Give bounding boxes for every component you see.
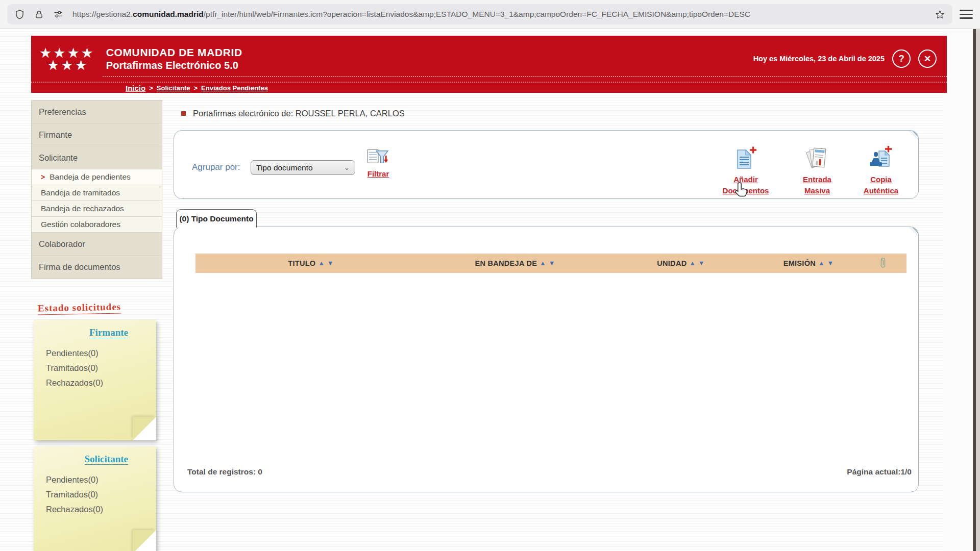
current-page-label: Página actual:1/0: [847, 467, 912, 477]
bullet-icon: [181, 111, 186, 116]
add-documents-button[interactable]: AñadirDocumentos: [718, 146, 774, 196]
browser-menu-icon[interactable]: [960, 10, 973, 19]
sort-desc-icon[interactable]: ▼: [549, 260, 555, 267]
tab-tipo-documento[interactable]: (0) Tipo Documento: [176, 209, 257, 228]
column-header-titulo: TITULO ▲ ▼: [195, 254, 426, 273]
group-by-label: Agrupar por:: [192, 162, 240, 172]
app-title: Portafirmas Electrónico 5.0: [106, 60, 242, 71]
permissions-toggle-icon[interactable]: [53, 9, 63, 19]
owner-text: Portafirmas electrónico de: ROUSSEL PERL…: [193, 109, 405, 118]
link-solicitante-pendientes[interactable]: Pendientes(0): [46, 475, 156, 485]
column-header-emision: EMISIÓN ▲ ▼: [758, 254, 859, 273]
status-note-solicitante: Solicitante Pendientes(0) Tramitados(0) …: [34, 446, 156, 551]
toolbar-panel: Agrupar por: Tipo documento ⌄ Filtrar: [174, 130, 919, 199]
column-label: TITULO: [288, 259, 315, 267]
add-documents-label: AñadirDocumentos: [718, 174, 774, 196]
sidebar-item-firmante[interactable]: Firmante: [32, 123, 162, 146]
note-title: Solicitante: [34, 446, 156, 465]
breadcrumb-current[interactable]: Enviados Pendientes: [201, 84, 268, 92]
sidebar-item-solicitante[interactable]: Solicitante: [32, 146, 162, 169]
stamp-icon: [869, 163, 893, 172]
link-solicitante-rechazados[interactable]: Rechazados(0): [46, 505, 156, 514]
column-label: UNIDAD: [657, 259, 687, 267]
page-curl-decoration: [903, 131, 918, 146]
total-records-label: Total de registros: 0: [187, 467, 262, 477]
sidebar-item-firma-documentos[interactable]: Firma de documentos: [32, 256, 162, 279]
url-text[interactable]: https://gestiona2.comunidad.madrid/ptfr_…: [72, 10, 925, 19]
screen: https://gestiona2.comunidad.madrid/ptfr_…: [0, 0, 980, 551]
sidebar-item-colaborador[interactable]: Colaborador: [32, 233, 162, 256]
sidebar-item-gestion-colaboradores[interactable]: Gestión colaboradores: [32, 217, 162, 233]
bulk-entry-button[interactable]: EntradaMasiva: [789, 146, 845, 196]
note-title-link[interactable]: Firmante: [89, 327, 128, 338]
active-item-arrow-icon: >: [41, 173, 45, 181]
sidebar-item-bandeja-tramitados[interactable]: Bandeja de tramitados: [32, 185, 162, 201]
bulk-entry-label: EntradaMasiva: [789, 174, 845, 196]
chevron-down-icon: ⌄: [344, 164, 350, 171]
note-title: Firmante: [34, 320, 156, 338]
column-header-attachments: [859, 254, 906, 273]
note-links: Pendientes(0) Tramitados(0) Rechazados(0…: [34, 338, 156, 388]
group-by-select[interactable]: Tipo documento ⌄: [251, 160, 355, 175]
status-heading: Estado solicitudes: [38, 302, 121, 315]
sort-asc-icon[interactable]: ▲: [540, 260, 546, 267]
status-note-firmante: Firmante Pendientes(0) Tramitados(0) Rec…: [34, 320, 156, 440]
breadcrumb-home[interactable]: Inicio: [126, 84, 145, 92]
sort-asc-icon[interactable]: ▲: [818, 260, 825, 267]
bookmark-star-icon[interactable]: [935, 9, 945, 20]
link-firmante-pendientes[interactable]: Pendientes(0): [46, 348, 156, 358]
lock-icon[interactable]: [34, 10, 44, 19]
window-edge-outer: [976, 29, 980, 551]
close-button[interactable]: ✕: [918, 49, 937, 68]
group-by-value: Tipo documento: [256, 163, 313, 172]
sidebar-item-bandeja-rechazados[interactable]: Bandeja de rechazados: [32, 201, 162, 217]
sort-desc-icon[interactable]: ▼: [827, 260, 834, 267]
note-title-link[interactable]: Solicitante: [85, 454, 129, 465]
title-block: COMUNIDAD DE MADRID Portafirmas Electrón…: [106, 46, 242, 71]
sort-asc-icon[interactable]: ▲: [318, 260, 325, 267]
madrid-flag-stars-icon: ★★★★ ★★★: [39, 46, 95, 71]
page-curl-decoration: [903, 227, 918, 242]
sidebar-item-label: Bandeja de pendientes: [50, 172, 131, 182]
table-header-row: TITULO ▲ ▼ EN BANDEJA DE ▲ ▼ UNIDAD ▲ ▼ …: [195, 254, 906, 273]
sidebar-item-preferencias[interactable]: Preferencias: [32, 101, 162, 123]
results-panel: TITULO ▲ ▼ EN BANDEJA DE ▲ ▼ UNIDAD ▲ ▼ …: [174, 227, 919, 492]
address-bar[interactable]: https://gestiona2.comunidad.madrid/ptfr_…: [7, 4, 952, 24]
browser-toolbar: https://gestiona2.comunidad.madrid/ptfr_…: [0, 0, 980, 29]
breadcrumb-separator: >: [149, 84, 153, 92]
filter-icon: [366, 159, 390, 168]
shield-icon[interactable]: [14, 9, 25, 20]
url-prefix: https://gestiona2.: [72, 10, 133, 18]
link-solicitante-tramitados[interactable]: Tramitados(0): [46, 490, 156, 499]
sort-desc-icon[interactable]: ▼: [327, 260, 334, 267]
link-firmante-tramitados[interactable]: Tramitados(0): [46, 363, 156, 373]
authentic-copy-label: CopiaAuténtica: [853, 174, 909, 196]
sort-desc-icon[interactable]: ▼: [698, 260, 705, 267]
column-label: EN BANDEJA DE: [475, 259, 537, 267]
org-name: COMUNIDAD DE MADRID: [106, 46, 242, 59]
authentic-copy-button[interactable]: CopiaAuténtica: [853, 146, 909, 196]
url-path: /ptfr_inter/html/web/Firmantes.icm?opera…: [204, 10, 750, 18]
breadcrumb: Inicio > Solicitante > Enviados Pendient…: [31, 82, 947, 93]
breadcrumb-separator: >: [194, 84, 198, 92]
header-banner: ★★★★ ★★★ COMUNIDAD DE MADRID Portafirmas…: [31, 36, 947, 82]
app-header: ★★★★ ★★★ COMUNIDAD DE MADRID Portafirmas…: [31, 36, 947, 93]
column-header-en-bandeja-de: EN BANDEJA DE ▲ ▼: [426, 254, 604, 273]
link-firmante-rechazados[interactable]: Rechazados(0): [46, 378, 156, 388]
url-domain: comunidad.madrid: [133, 10, 204, 18]
stars-row-2: ★★★: [39, 60, 95, 71]
breadcrumb-solicitante[interactable]: Solicitante: [157, 84, 190, 92]
add-document-icon: [734, 163, 757, 172]
sidebar-item-bandeja-pendientes[interactable]: > Bandeja de pendientes: [32, 169, 162, 185]
portfolio-owner-line: Portafirmas electrónico de: ROUSSEL PERL…: [181, 109, 405, 118]
paper-stack-icon: [805, 163, 829, 172]
note-links: Pendientes(0) Tramitados(0) Rechazados(0…: [34, 465, 156, 514]
filter-label: Filtrar: [359, 169, 398, 178]
current-date: Hoy es Miércoles, 23 de Abril de 2025: [753, 55, 885, 63]
filter-button[interactable]: Filtrar: [359, 148, 398, 178]
column-header-unidad: UNIDAD ▲ ▼: [604, 254, 758, 273]
sort-asc-icon[interactable]: ▲: [689, 260, 696, 267]
help-button[interactable]: ?: [892, 49, 911, 68]
sidebar-menu: Preferencias Firmante Solicitante > Band…: [31, 100, 162, 279]
column-label: EMISIÓN: [783, 259, 816, 267]
